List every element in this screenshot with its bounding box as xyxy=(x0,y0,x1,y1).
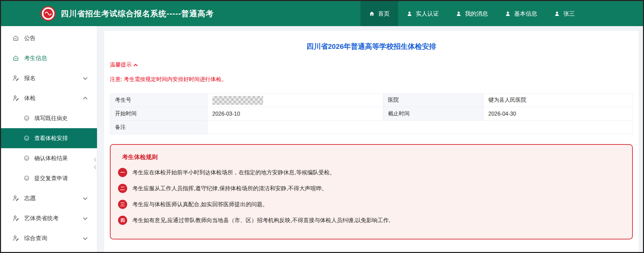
table-row: 考生号 医院 犍为县人民医院 xyxy=(110,94,633,107)
app-window: 四川省招生考试综合报名系统-----普通高考 首页 实人认证 我的消息 xyxy=(0,0,644,253)
nav-item-label: 我的消息 xyxy=(465,10,488,18)
smiley-icon xyxy=(23,115,30,121)
nav-item-user[interactable]: 张三 xyxy=(546,1,583,26)
sidebar-item-label: 确认体检结果 xyxy=(34,155,68,162)
tip-toggle[interactable]: 温馨提示 xyxy=(110,61,137,69)
sidebar-item-fill-medical-history[interactable]: 填写既往病史 xyxy=(1,108,97,128)
value-end-time: 2026-04-30 xyxy=(484,107,633,121)
sidebar: 公告 考生信息 报名 体检 xyxy=(1,26,97,252)
smiley-icon xyxy=(23,135,30,141)
redacted-candidate-no xyxy=(212,96,263,105)
rule-text: 考生应与体检医师认真配合,如实回答医师提出的问题。 xyxy=(132,201,268,208)
sidebar-item-label: 志愿 xyxy=(24,194,36,202)
sidebar-item-label: 考生信息 xyxy=(24,54,47,62)
page-title: 四川省2026年普通高等学校招生体检安排 xyxy=(110,31,633,51)
tip-label: 温馨提示 xyxy=(110,61,132,69)
label-remark: 备注 xyxy=(110,121,208,134)
rule-number-badge: 三 xyxy=(118,200,127,209)
value-remark xyxy=(208,121,633,134)
user-icon xyxy=(505,11,511,17)
top-nav: 首页 实人认证 我的消息 基本信息 xyxy=(360,1,583,26)
chevron-up-icon xyxy=(134,64,137,67)
app-title: 四川省招生考试综合报名系统-----普通高考 xyxy=(61,8,214,19)
sidebar-item-submit-recheck-request[interactable]: 提交复查申请 xyxy=(1,168,97,188)
nav-item-label: 首页 xyxy=(378,10,390,18)
site-logo xyxy=(40,6,56,21)
main-content: 四川省2026年普通高等学校招生体检安排 温馨提示 注意: 考生需按规定时间内安… xyxy=(97,26,643,252)
person-edit-icon xyxy=(13,215,19,221)
chevron-down-icon xyxy=(83,75,87,80)
rule-text: 考生如有意见,应通过带队教师向当地县（市、区）招考机构反映,不得直接与体检人员纠… xyxy=(132,217,390,224)
sidebar-item-preferences[interactable]: 志愿 xyxy=(1,188,97,208)
sidebar-item-label: 综合查询 xyxy=(24,234,47,242)
sidebar-item-registration[interactable]: 报名 xyxy=(1,68,97,88)
sidebar-item-label: 艺体类省统考 xyxy=(24,214,59,222)
chevron-left-icon xyxy=(94,165,98,169)
person-edit-icon xyxy=(13,75,19,81)
sidebar-item-label: 提交复查申请 xyxy=(34,175,68,182)
value-start-time: 2026-03-10 xyxy=(208,107,383,121)
value-hospital: 犍为县人民医院 xyxy=(484,94,633,107)
sidebar-item-label: 体检 xyxy=(24,94,36,102)
rule-number-badge: 四 xyxy=(118,216,127,225)
chevron-down-icon xyxy=(83,215,87,220)
rule-text: 考生应服从工作人员指挥,遵守纪律,保持体检场所的清洁和安静,不得大声喧哗。 xyxy=(132,185,327,192)
nav-item-label: 实人认证 xyxy=(416,10,439,18)
home-icon xyxy=(369,11,375,17)
label-candidate-no: 考生号 xyxy=(110,94,208,107)
header: 四川省招生考试综合报名系统-----普通高考 首页 实人认证 我的消息 xyxy=(1,1,643,26)
sidebar-item-label: 查看体检安排 xyxy=(34,135,68,142)
smiley-icon xyxy=(23,175,30,181)
notice-text: 注意: 考生需按规定时间内安排好时间进行体检。 xyxy=(110,76,633,83)
rule-item: 二 考生应服从工作人员指挥,遵守纪律,保持体检场所的清洁和安静,不得大声喧哗。 xyxy=(118,184,623,193)
rule-item: 四 考生如有意见,应通过带队教师向当地县（市、区）招考机构反映,不得直接与体检人… xyxy=(118,216,623,225)
nav-item-real-person-auth[interactable]: 实人认证 xyxy=(398,1,447,26)
content-card: 四川省2026年普通高等学校招生体检安排 温馨提示 注意: 考生需按规定时间内安… xyxy=(104,31,639,252)
rule-text: 考生应在体检开始前半小时到达体检场所，在指定的地方安静休息,等候编队受检。 xyxy=(132,169,335,176)
rule-number-badge: 二 xyxy=(118,184,127,193)
chevron-left-icon xyxy=(94,158,98,161)
nav-item-label: 张三 xyxy=(563,10,575,18)
sidebar-item-comprehensive-query[interactable]: 综合查询 xyxy=(1,228,97,248)
table-row: 开始时间 2026-03-10 截止时间 2026-04-30 xyxy=(110,107,633,121)
exam-info-table: 考生号 医院 犍为县人民医院 开始时间 2026-03-10 截止时间 2026… xyxy=(110,93,633,134)
label-end-time: 截止时间 xyxy=(383,107,484,121)
board-icon xyxy=(13,55,19,61)
sidebar-item-confirm-exam-result[interactable]: 确认体检结果 xyxy=(1,148,97,168)
sidebar-item-view-exam-schedule[interactable]: 查看体检安排 xyxy=(1,128,97,148)
chevron-down-icon xyxy=(83,235,87,240)
user-icon xyxy=(407,11,412,17)
nav-item-basic-info[interactable]: 基本信息 xyxy=(496,1,546,26)
rule-number-badge: 一 xyxy=(118,168,127,177)
board-icon xyxy=(13,35,19,41)
rule-item: 三 考生应与体检医师认真配合,如实回答医师提出的问题。 xyxy=(118,200,623,209)
nav-item-my-messages[interactable]: 我的消息 xyxy=(447,1,496,26)
smiley-icon xyxy=(23,155,30,161)
chevron-down-icon xyxy=(83,195,87,200)
table-row: 备注 xyxy=(110,121,633,134)
value-candidate-no xyxy=(208,94,383,107)
label-start-time: 开始时间 xyxy=(110,107,208,121)
chevron-up-icon xyxy=(83,97,87,101)
label-hospital: 医院 xyxy=(383,94,484,107)
rule-item: 一 考生应在体检开始前半小时到达体检场所，在指定的地方安静休息,等候编队受检。 xyxy=(118,168,623,177)
sidebar-item-label: 公告 xyxy=(24,34,36,42)
sidebar-item-physical-exam[interactable]: 体检 xyxy=(1,88,97,108)
person-edit-icon xyxy=(13,95,19,101)
sidebar-item-label: 报名 xyxy=(24,74,36,82)
user-icon xyxy=(554,11,560,17)
nav-item-label: 基本信息 xyxy=(514,10,537,18)
user-icon xyxy=(456,11,462,17)
rules-title: 考生体检规则 xyxy=(122,153,623,161)
nav-item-home[interactable]: 首页 xyxy=(360,1,398,26)
exam-rules-box: 考生体检规则 一 考生应在体检开始前半小时到达体检场所，在指定的地方安静休息,等… xyxy=(110,144,633,239)
sidebar-item-announcements[interactable]: 公告 xyxy=(1,28,97,48)
sidebar-item-arts-sports-exam[interactable]: 艺体类省统考 xyxy=(1,208,97,228)
person-edit-icon xyxy=(13,195,19,201)
person-edit-icon xyxy=(13,235,19,241)
sidebar-item-candidate-info[interactable]: 考生信息 xyxy=(1,48,97,68)
sidebar-item-label: 填写既往病史 xyxy=(34,115,68,122)
sidebar-collapse-handle[interactable] xyxy=(95,158,99,169)
